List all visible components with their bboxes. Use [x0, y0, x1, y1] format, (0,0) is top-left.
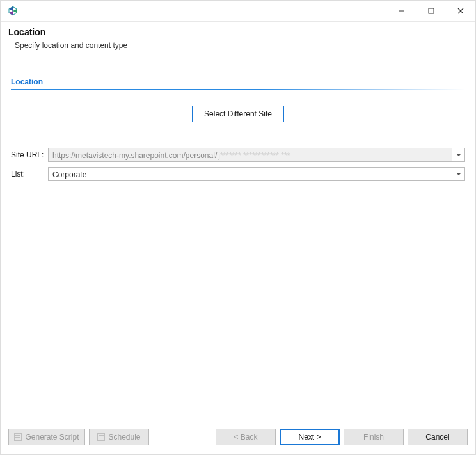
chevron-down-icon	[456, 154, 461, 156]
cancel-button[interactable]: Cancel	[408, 429, 468, 445]
generate-script-button[interactable]: Generate Script	[8, 429, 85, 445]
wizard-footer: Generate Script Schedule < Back Next > F…	[1, 422, 475, 454]
svg-rect-1	[429, 8, 434, 13]
close-button[interactable]	[446, 1, 475, 21]
generate-script-label: Generate Script	[25, 433, 79, 442]
site-url-field: https://metavistech-my.sharepoint.com/pe…	[48, 148, 452, 162]
chevron-down-icon	[456, 173, 461, 175]
list-label: List:	[11, 170, 48, 179]
section-label-location: Location	[11, 77, 465, 89]
site-url-dropdown-button[interactable]	[452, 148, 465, 162]
site-url-obscured: j******* ************ ***	[218, 151, 290, 160]
page-subtitle: Specify location and content type	[8, 41, 468, 50]
section-divider	[11, 89, 465, 90]
wizard-header: Location Specify location and content ty…	[1, 21, 475, 58]
schedule-button[interactable]: Schedule	[89, 429, 149, 445]
site-url-label: Site URL:	[11, 150, 48, 159]
finish-button[interactable]: Finish	[344, 429, 404, 445]
script-icon	[14, 433, 22, 441]
site-url-value: https://metavistech-my.sharepoint.com/pe…	[52, 151, 217, 160]
schedule-label: Schedule	[108, 433, 140, 442]
list-dropdown-button[interactable]	[452, 167, 465, 181]
maximize-button[interactable]	[416, 1, 446, 21]
select-different-site-button[interactable]: Select Different Site	[192, 106, 284, 122]
list-field[interactable]: Corporate	[48, 167, 452, 181]
app-icon	[7, 5, 19, 17]
minimize-button[interactable]	[387, 1, 416, 21]
schedule-icon	[97, 433, 105, 441]
page-title: Location	[8, 27, 468, 37]
back-button[interactable]: < Back	[216, 429, 276, 445]
next-button[interactable]: Next >	[280, 429, 340, 445]
wizard-content: Location Select Different Site Site URL:…	[1, 58, 475, 422]
window-titlebar	[1, 1, 475, 21]
